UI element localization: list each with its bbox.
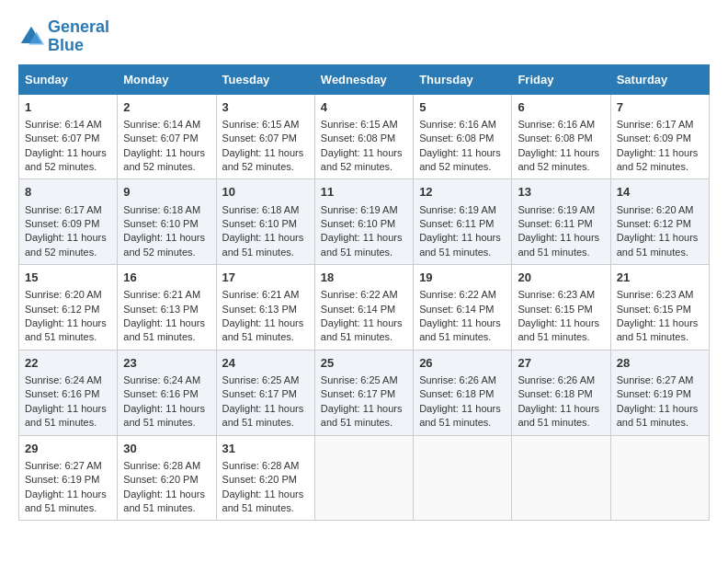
day-number: 6 <box>518 99 604 116</box>
cell-info: Sunset: 6:17 PM <box>321 387 407 401</box>
cell-info: Sunset: 6:13 PM <box>222 303 309 316</box>
day-number: 12 <box>419 184 506 201</box>
cell-info: Daylight: 11 hours and 51 minutes. <box>617 316 703 345</box>
cell-info: Sunset: 6:08 PM <box>518 132 604 145</box>
cell-info: Sunrise: 6:19 AM <box>518 203 604 217</box>
cell-info: Sunset: 6:10 PM <box>321 217 407 231</box>
cell-info: Sunset: 6:12 PM <box>617 217 703 231</box>
cell-info: Sunrise: 6:19 AM <box>419 203 506 217</box>
calendar-row: 8Sunrise: 6:17 AMSunset: 6:09 PMDaylight… <box>19 179 710 265</box>
cell-info: Sunset: 6:17 PM <box>222 387 309 401</box>
cell-info: Daylight: 11 hours and 52 minutes. <box>222 146 309 175</box>
cell-info: Sunrise: 6:14 AM <box>123 118 210 132</box>
calendar-cell: 27Sunrise: 6:26 AMSunset: 6:18 PMDayligh… <box>512 350 610 435</box>
cell-info: Sunset: 6:10 PM <box>123 217 210 231</box>
cell-info: Sunrise: 6:20 AM <box>25 288 111 302</box>
cell-info: Sunset: 6:12 PM <box>25 303 111 316</box>
cell-info: Sunrise: 6:23 AM <box>518 288 604 302</box>
cell-info: Sunrise: 6:18 AM <box>123 203 210 217</box>
cell-info: Sunrise: 6:16 AM <box>419 118 506 132</box>
day-number: 26 <box>419 355 506 372</box>
calendar-cell: 7Sunrise: 6:17 AMSunset: 6:09 PMDaylight… <box>610 94 709 179</box>
cell-info: Daylight: 11 hours and 51 minutes. <box>321 231 407 259</box>
cell-info: Sunrise: 6:27 AM <box>25 459 111 473</box>
cell-info: Daylight: 11 hours and 52 minutes. <box>123 146 210 175</box>
day-number: 22 <box>25 355 111 372</box>
cell-info: Daylight: 11 hours and 51 minutes. <box>321 316 407 345</box>
calendar-cell: 30Sunrise: 6:28 AMSunset: 6:20 PMDayligh… <box>118 435 216 521</box>
header-cell-saturday: Saturday <box>610 64 709 94</box>
day-number: 24 <box>222 355 309 372</box>
day-number: 2 <box>123 99 210 116</box>
day-number: 23 <box>123 355 210 372</box>
header-cell-tuesday: Tuesday <box>216 64 314 94</box>
calendar-row: 22Sunrise: 6:24 AMSunset: 6:16 PMDayligh… <box>19 350 710 435</box>
cell-info: Sunset: 6:18 PM <box>518 387 604 401</box>
logo-text: General Blue <box>48 18 109 55</box>
day-number: 20 <box>518 270 604 286</box>
header-cell-sunday: Sunday <box>19 64 118 94</box>
cell-info: Sunset: 6:14 PM <box>419 303 506 316</box>
cell-info: Daylight: 11 hours and 52 minutes. <box>25 146 111 175</box>
cell-info: Sunset: 6:19 PM <box>617 387 703 401</box>
calendar-cell: 16Sunrise: 6:21 AMSunset: 6:13 PMDayligh… <box>118 265 216 350</box>
cell-info: Sunset: 6:09 PM <box>25 217 111 231</box>
calendar-cell: 9Sunrise: 6:18 AMSunset: 6:10 PMDaylight… <box>118 179 216 265</box>
calendar-cell: 29Sunrise: 6:27 AMSunset: 6:19 PMDayligh… <box>19 435 118 521</box>
cell-info: Sunrise: 6:24 AM <box>25 373 111 387</box>
day-number: 3 <box>222 99 309 116</box>
calendar-row: 29Sunrise: 6:27 AMSunset: 6:19 PMDayligh… <box>19 435 710 521</box>
calendar-cell: 14Sunrise: 6:20 AMSunset: 6:12 PMDayligh… <box>610 179 709 265</box>
cell-info: Sunset: 6:15 PM <box>617 303 703 316</box>
day-number: 17 <box>222 270 309 286</box>
cell-info: Sunset: 6:20 PM <box>222 473 309 487</box>
cell-info: Sunset: 6:07 PM <box>25 132 111 145</box>
cell-info: Sunset: 6:19 PM <box>25 473 111 487</box>
cell-info: Sunrise: 6:25 AM <box>222 373 309 387</box>
cell-info: Daylight: 11 hours and 51 minutes. <box>222 316 309 345</box>
cell-info: Sunset: 6:13 PM <box>123 303 210 316</box>
calendar-cell: 24Sunrise: 6:25 AMSunset: 6:17 PMDayligh… <box>216 350 314 435</box>
cell-info: Sunset: 6:10 PM <box>222 217 309 231</box>
cell-info: Daylight: 11 hours and 52 minutes. <box>617 146 703 175</box>
calendar-cell: 18Sunrise: 6:22 AMSunset: 6:14 PMDayligh… <box>314 265 413 350</box>
calendar-cell: 8Sunrise: 6:17 AMSunset: 6:09 PMDaylight… <box>19 179 118 265</box>
calendar-body: 1Sunrise: 6:14 AMSunset: 6:07 PMDaylight… <box>19 94 710 521</box>
day-number: 1 <box>25 99 111 116</box>
calendar-cell: 6Sunrise: 6:16 AMSunset: 6:08 PMDaylight… <box>512 94 610 179</box>
cell-info: Sunset: 6:09 PM <box>617 132 703 145</box>
cell-info: Daylight: 11 hours and 52 minutes. <box>123 231 210 259</box>
calendar-cell: 10Sunrise: 6:18 AMSunset: 6:10 PMDayligh… <box>216 179 314 265</box>
day-number: 9 <box>123 184 210 201</box>
cell-info: Daylight: 11 hours and 51 minutes. <box>25 402 111 431</box>
cell-info: Sunset: 6:07 PM <box>222 132 309 145</box>
cell-info: Sunrise: 6:15 AM <box>222 118 309 132</box>
cell-info: Sunrise: 6:24 AM <box>123 373 210 387</box>
header-cell-monday: Monday <box>118 64 216 94</box>
calendar-cell: 23Sunrise: 6:24 AMSunset: 6:16 PMDayligh… <box>118 350 216 435</box>
calendar-cell: 21Sunrise: 6:23 AMSunset: 6:15 PMDayligh… <box>610 265 709 350</box>
header-row: SundayMondayTuesdayWednesdayThursdayFrid… <box>19 64 710 94</box>
cell-info: Sunrise: 6:17 AM <box>25 203 111 217</box>
day-number: 21 <box>617 270 703 286</box>
day-number: 13 <box>518 184 604 201</box>
day-number: 8 <box>25 184 111 201</box>
logo: General Blue <box>18 18 109 55</box>
day-number: 16 <box>123 270 210 286</box>
calendar-cell: 5Sunrise: 6:16 AMSunset: 6:08 PMDaylight… <box>414 94 512 179</box>
cell-info: Sunset: 6:08 PM <box>419 132 506 145</box>
cell-info: Sunset: 6:07 PM <box>123 132 210 145</box>
cell-info: Daylight: 11 hours and 51 minutes. <box>518 316 604 345</box>
cell-info: Sunrise: 6:18 AM <box>222 203 309 217</box>
cell-info: Daylight: 11 hours and 51 minutes. <box>222 402 309 431</box>
cell-info: Sunset: 6:16 PM <box>25 387 111 401</box>
calendar-cell <box>314 435 413 521</box>
calendar-cell: 4Sunrise: 6:15 AMSunset: 6:08 PMDaylight… <box>314 94 413 179</box>
cell-info: Sunrise: 6:22 AM <box>419 288 506 302</box>
cell-info: Sunrise: 6:16 AM <box>518 118 604 132</box>
calendar-cell: 11Sunrise: 6:19 AMSunset: 6:10 PMDayligh… <box>314 179 413 265</box>
calendar-cell: 25Sunrise: 6:25 AMSunset: 6:17 PMDayligh… <box>314 350 413 435</box>
cell-info: Daylight: 11 hours and 52 minutes. <box>321 146 407 175</box>
cell-info: Daylight: 11 hours and 51 minutes. <box>222 488 309 516</box>
day-number: 4 <box>321 99 407 116</box>
